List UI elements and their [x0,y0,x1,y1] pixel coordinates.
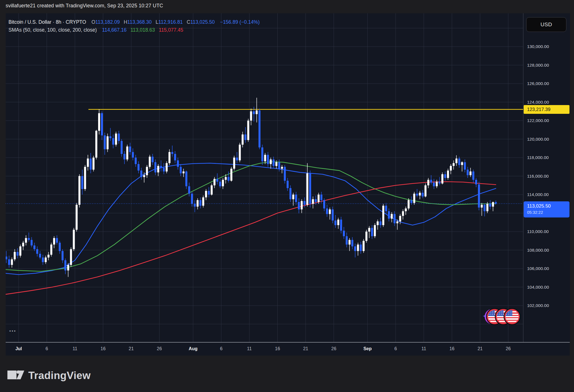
tradingview-logo-icon [7,369,25,382]
price-axis-label: 102,000.00 [527,303,549,308]
currency-toggle-button[interactable]: USD [526,17,566,32]
ohlc-value: 113,025.50 [190,19,215,25]
time-axis-label: 6 [46,346,48,351]
time-axis-label: 26 [331,346,336,351]
time-axis-label: 21 [303,346,308,351]
sma-current-value: 114,667.16 [102,27,126,33]
price-axis-label: 108,000.00 [527,248,549,253]
price-axis[interactable]: USD 130,000.00128,000.00126,000.00124,00… [523,13,570,342]
legend-sma-row[interactable]: SMAs (50, close, 100, close, 200, close)… [8,28,260,33]
price-axis-label: 120,000.00 [527,137,549,142]
candlestick-chart [6,13,523,342]
time-axis-label: 16 [275,346,280,351]
time-axis-label: Aug [189,346,197,351]
price-axis-label: 116,000.00 [527,174,549,179]
change-value: −156.89 (−0.14%) [220,19,260,25]
bar-countdown: 05:32:22 [527,210,569,215]
chart-legend: Bitcoin / U.S. Dollar · 8h · CRYPTO O113… [8,20,260,35]
price-axis-label: 128,000.00 [527,63,549,68]
ohlc-value: 113,368.30 [127,19,152,25]
chart-plot-area[interactable] [6,13,523,342]
price-axis-label: 114,000.00 [527,192,549,197]
tradingview-logo-text: TradingView [28,370,91,382]
last-price-value: 113,025.50 [527,203,569,209]
sma-indicator-label: SMAs (50, close, 100, close, 200, close) [8,27,97,33]
tradingview-chart-window: svillafuerte21 created with TradingView.… [0,0,574,392]
tradingview-logo[interactable]: TradingView [7,369,91,382]
ohlc-values: O113,182.09H113,368.30L112,916.81C113,02… [87,19,215,25]
price-axis-label: 106,000.00 [527,266,549,271]
sma-values: 114,667.16113,018.63115,077.45 [98,27,183,33]
price-axis-label: 126,000.00 [527,81,549,86]
price-axis-label: 122,000.00 [527,118,549,123]
more-options-button[interactable]: ••• [9,328,16,333]
time-axis-label: 11 [247,346,252,351]
time-axis-label: Jul [15,346,22,351]
ohlc-letter: L [156,19,158,25]
sma-current-value: 113,018.63 [130,27,155,33]
legend-symbol-row[interactable]: Bitcoin / U.S. Dollar · 8h · CRYPTO O113… [8,20,260,25]
price-axis-label: 110,000.00 [527,229,549,234]
time-axis-label: 11 [73,346,77,351]
ohlc-value: 113,182.09 [95,19,120,25]
time-axis-label: 26 [506,346,511,351]
us-flag-icon [504,309,520,324]
symbol-title: Bitcoin / U.S. Dollar · 8h · CRYPTO [8,19,86,25]
time-axis-label: 16 [449,346,454,351]
price-axis-label: 104,000.00 [527,285,549,290]
time-axis-label: 6 [394,346,397,351]
last-price-badge: 113,025.50 05:32:22 [524,201,569,217]
ohlc-letter: C [187,19,190,25]
time-axis-label: 21 [129,346,134,351]
price-axis-label: 124,000.00 [527,100,549,105]
time-axis-label: 6 [220,346,223,351]
ohlc-letter: O [91,19,95,25]
time-axis-label: Sep [363,346,372,351]
price-axis-label: 118,000.00 [527,155,549,160]
time-axis[interactable]: Jul611162126Aug611162126Sep611162126 [6,342,570,356]
horizontal-line-price-badge: 123,217.39 [524,105,569,114]
time-axis-label: 16 [101,346,106,351]
ohlc-value: 112,916.81 [158,19,183,25]
price-axis-label: 130,000.00 [527,44,549,49]
time-axis-label: 11 [421,346,426,351]
time-axis-label: 26 [157,346,162,351]
attribution-text: svillafuerte21 created with TradingView.… [6,3,163,9]
time-axis-label: 21 [478,346,483,351]
sma-current-value: 115,077.45 [159,27,183,33]
ohlc-letter: H [124,19,127,25]
